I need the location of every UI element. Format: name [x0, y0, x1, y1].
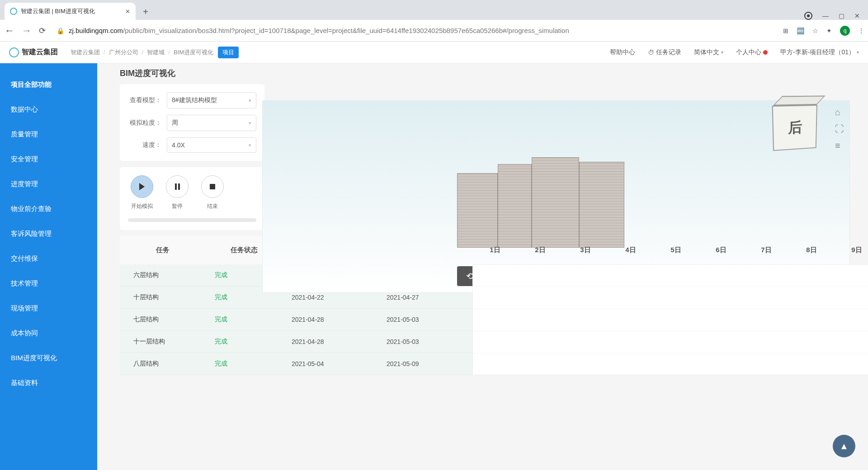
url-path: /public/bim_visualization/bos3d.html?pro… — [123, 27, 569, 34]
maximize-icon[interactable]: ▢ — [839, 12, 844, 19]
brand-icon — [9, 47, 19, 57]
gantt-body[interactable] — [472, 264, 868, 375]
home-icon[interactable]: ⌂ — [835, 107, 844, 118]
clock-icon: ⏱ — [648, 49, 654, 56]
app-header: 智建云集团 智建云集团/ 广州分公司/ 智建城/ BIM进度可视化 项目 帮助中… — [0, 42, 868, 63]
close-tab-icon[interactable]: ✕ — [125, 8, 130, 15]
gantt-day-header: 3日 — [563, 246, 608, 254]
language-selector[interactable]: 简体中文▾ — [694, 48, 723, 56]
table-row[interactable]: 七层结构完成2021-04-282021-05-03 — [120, 309, 472, 331]
user-menu[interactable]: 甲方-李新-项目经理（01）▾ — [780, 48, 859, 56]
reload-icon[interactable]: ⟳ — [39, 26, 46, 36]
cell-status: 完成 — [206, 360, 283, 368]
back-icon[interactable]: ← — [5, 25, 14, 37]
crumb-group[interactable]: 智建云集团 — [71, 48, 100, 56]
sidebar-item-base[interactable]: 基础资料 — [0, 371, 97, 395]
sidebar-item-site[interactable]: 现场管理 — [0, 296, 97, 321]
fullscreen-icon[interactable]: ⛶ — [835, 124, 844, 134]
sidebar-item-all[interactable]: 项目全部功能 — [0, 72, 97, 97]
task-log-link[interactable]: ⏱任务记录 — [648, 48, 681, 56]
forward-icon[interactable]: → — [22, 25, 32, 37]
gantt-day-header: 4日 — [608, 246, 653, 254]
col-task: 任务 — [120, 246, 206, 254]
model-label: 查看模型： — [128, 96, 167, 104]
notification-dot-icon — [763, 50, 768, 55]
model-select[interactable]: 8#建筑结构模型▾ — [167, 92, 256, 108]
view-cube[interactable]: 后 — [772, 105, 817, 151]
sidebar-item-bim[interactable]: BIM进度可视化 — [0, 346, 97, 371]
speed-select[interactable]: 4.0X▾ — [167, 137, 256, 153]
rocket-fab[interactable]: ▲ — [833, 435, 855, 457]
menu-icon[interactable]: ≡ — [835, 141, 844, 151]
cell-start: 2021-04-22 — [283, 294, 377, 301]
crumb-page[interactable]: BIM进度可视化 — [174, 48, 213, 56]
sidebar-item-quality[interactable]: 质量管理 — [0, 122, 97, 147]
cell-end: 2021-05-09 — [377, 360, 472, 367]
breadcrumb: 智建云集团/ 广州分公司/ 智建城/ BIM进度可视化 — [71, 48, 213, 56]
cell-end: 2021-05-03 — [377, 316, 472, 323]
sidebar-item-tech[interactable]: 技术管理 — [0, 271, 97, 296]
bookmark-star-icon[interactable]: ☆ — [812, 27, 818, 34]
account-circle-icon[interactable] — [804, 12, 812, 20]
url-field[interactable]: 🔒 zj.buildingqm.com/public/bim_visualiza… — [53, 27, 776, 34]
sidebar: 项目全部功能 数据中心 质量管理 安全管理 进度管理 物业前介查验 客诉风险管理… — [0, 63, 97, 470]
sidebar-item-cost[interactable]: 成本协同 — [0, 321, 97, 346]
playback-card: 开始模拟 暂停 结束 — [120, 167, 264, 230]
extensions-icon[interactable]: ✦ — [826, 27, 832, 34]
extension-icons: ⊞ 🔤 ☆ ✦ q ⋮ — [783, 26, 863, 36]
project-badge[interactable]: 项目 — [218, 47, 239, 58]
close-window-icon[interactable]: ✕ — [854, 12, 860, 19]
gantt-day-header: 6日 — [698, 246, 744, 254]
minimize-icon[interactable]: — — [822, 12, 829, 19]
cell-task: 八层结构 — [120, 360, 206, 368]
qr-icon[interactable]: ⊞ — [783, 27, 788, 34]
gantt-day-header: 7日 — [744, 246, 789, 254]
cell-start: 2021-04-28 — [283, 338, 377, 345]
table-row[interactable]: 八层结构完成2021-05-042021-05-09 — [120, 353, 472, 375]
window-controls: — ▢ ✕ — [804, 12, 868, 20]
stop-icon — [210, 184, 215, 189]
lock-icon: 🔒 — [57, 27, 64, 34]
sidebar-item-progress[interactable]: 进度管理 — [0, 172, 97, 197]
cell-end: 2021-04-27 — [377, 294, 472, 301]
stop-button[interactable] — [201, 175, 224, 198]
gantt-day-header: 9日 — [834, 246, 868, 254]
chevron-down-icon: ▾ — [249, 120, 251, 126]
chevron-down-icon: ▾ — [857, 50, 859, 55]
profile-avatar[interactable]: q — [840, 26, 850, 36]
pause-button[interactable] — [166, 175, 189, 198]
sidebar-item-complaint[interactable]: 客诉风险管理 — [0, 221, 97, 246]
help-link[interactable]: 帮助中心 — [610, 48, 635, 56]
play-icon — [139, 183, 145, 190]
table-row[interactable]: 十一层结构完成2021-04-282021-05-03 — [120, 331, 472, 353]
progress-bar[interactable] — [128, 218, 256, 222]
pause-icon — [175, 183, 180, 190]
granularity-select[interactable]: 周▾ — [167, 115, 256, 131]
cell-task: 十层结构 — [120, 293, 206, 301]
page-title: BIM进度可视化 — [120, 68, 859, 79]
cell-task: 十一层结构 — [120, 338, 206, 346]
simulation-controls-card: 查看模型： 8#建筑结构模型▾ 模拟粒度： 周▾ 速度： 4.0X▾ — [120, 84, 264, 161]
crumb-branch[interactable]: 广州分公司 — [109, 48, 138, 56]
translate-icon[interactable]: 🔤 — [797, 27, 804, 34]
personal-center-link[interactable]: 个人中心 — [736, 48, 768, 56]
gantt-day-header: 2日 — [518, 246, 563, 254]
cube-face-label: 后 — [788, 118, 802, 138]
menu-dots-icon[interactable]: ⋮ — [858, 27, 863, 34]
building-model — [457, 157, 624, 248]
sidebar-item-safety[interactable]: 安全管理 — [0, 147, 97, 172]
new-tab-button[interactable]: + — [138, 5, 153, 19]
gantt-day-header: 1日 — [472, 246, 518, 254]
browser-tab[interactable]: 智建云集团 | BIM进度可视化 ✕ — [5, 3, 136, 20]
start-simulation-button[interactable] — [131, 175, 153, 198]
sidebar-item-delivery[interactable]: 交付维保 — [0, 246, 97, 271]
cell-task: 七层结构 — [120, 315, 206, 324]
sidebar-item-data[interactable]: 数据中心 — [0, 97, 97, 122]
brand-logo[interactable]: 智建云集团 — [9, 47, 58, 57]
start-label: 开始模拟 — [131, 202, 153, 210]
viewer-tools: ⌂ ⛶ ≡ — [835, 107, 844, 151]
pause-label: 暂停 — [172, 202, 183, 210]
crumb-site[interactable]: 智建城 — [147, 48, 165, 56]
task-area: 任务 任务状态 计划开始时间 计划完成时间 六层结构完成2021-04-2220… — [120, 235, 859, 375]
sidebar-item-property[interactable]: 物业前介查验 — [0, 197, 97, 221]
